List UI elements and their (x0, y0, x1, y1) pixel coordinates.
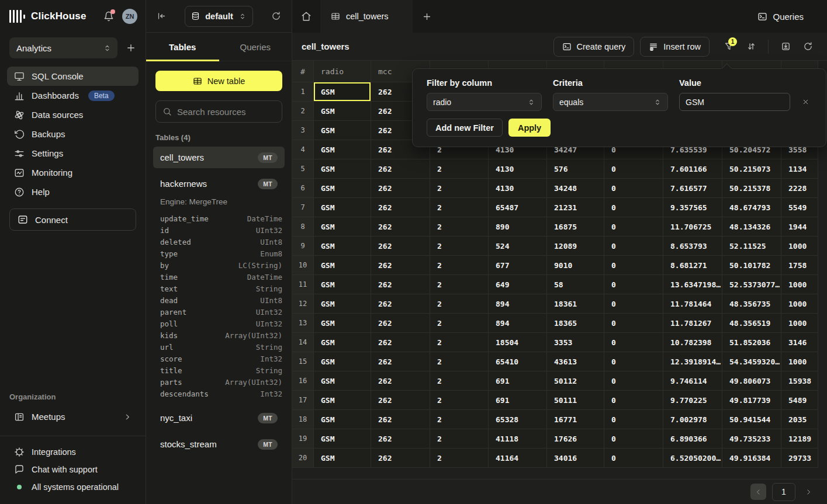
table-cell[interactable]: 262 (371, 371, 430, 391)
table-cell[interactable]: 3353 (547, 333, 604, 352)
table-cell[interactable]: 0 (604, 237, 663, 256)
table-cell[interactable]: 51.852036 (722, 333, 781, 352)
table-cell[interactable]: 0 (604, 449, 663, 468)
table-cell[interactable]: 7.616577 (663, 179, 722, 198)
table-cell[interactable]: 262 (371, 314, 430, 333)
table-cell[interactable]: 5549 (781, 198, 818, 217)
table-cell[interactable]: 43613 (547, 352, 604, 371)
table-cell[interactable]: 9.357565 (663, 198, 722, 217)
table-cell[interactable]: 18365 (547, 314, 604, 333)
table-cell[interactable]: 54.3459320… (722, 352, 781, 371)
table-cell[interactable]: GSM (314, 314, 371, 333)
table-cell[interactable]: 7.601166 (663, 159, 722, 179)
current-page-button[interactable]: 1 (772, 483, 795, 501)
table-cell[interactable]: 2 (430, 371, 489, 391)
table-cell[interactable]: GSM (314, 237, 371, 256)
table-cell[interactable]: 1134 (781, 159, 818, 179)
sort-button[interactable] (741, 37, 761, 57)
workspace-select[interactable]: Analytics (9, 37, 117, 58)
table-cell[interactable]: 21231 (547, 198, 604, 217)
table-cell[interactable]: 2 (430, 275, 489, 294)
table-cell[interactable]: 11.706725 (663, 217, 722, 237)
table-cell[interactable]: 2 (430, 217, 489, 237)
table-cell[interactable]: GSM (314, 294, 371, 314)
table-cell[interactable]: 262 (371, 410, 430, 429)
table-cell[interactable]: 52.11525 (722, 237, 781, 256)
sidebar-item-backups[interactable]: Backups (7, 124, 139, 144)
table-cell[interactable]: 0 (604, 429, 663, 449)
table-cell[interactable]: 50.101782 (722, 256, 781, 275)
table-cell[interactable]: 6.52050200… (663, 449, 722, 468)
table-cell[interactable]: GSM (314, 371, 371, 391)
table-item-cell-towers[interactable]: cell_towers MT (153, 147, 285, 168)
add-new-filter-button[interactable]: Add new Filter (427, 119, 503, 137)
table-cell[interactable]: 50.215073 (722, 159, 781, 179)
table-cell[interactable]: 2 (430, 391, 489, 410)
table-cell[interactable]: 2 (430, 410, 489, 429)
table-cell[interactable]: 13.6347198… (663, 275, 722, 294)
table-cell[interactable]: 2 (430, 159, 489, 179)
table-item-stocks-stream[interactable]: stocks_stream MT (153, 433, 285, 455)
table-cell[interactable]: 48.674793 (722, 198, 781, 217)
table-cell[interactable]: 0 (604, 198, 663, 217)
sidebar-item-settings[interactable]: Settings (7, 144, 139, 163)
remove-filter-button[interactable] (802, 98, 812, 106)
table-cell[interactable]: 262 (371, 217, 430, 237)
table-cell[interactable]: GSM (314, 391, 371, 410)
table-cell[interactable]: 49.916384 (722, 449, 781, 468)
table-cell[interactable]: 0 (604, 217, 663, 237)
table-cell[interactable]: GSM (314, 449, 371, 468)
table-cell[interactable]: 52.5373077… (722, 275, 781, 294)
create-query-button[interactable]: Create query (553, 37, 635, 57)
add-tab-button[interactable] (413, 0, 441, 33)
table-cell[interactable]: 890 (489, 217, 547, 237)
new-table-button[interactable]: New table (155, 71, 282, 91)
sidebar-item-chat-support[interactable]: Chat with support (7, 461, 139, 478)
next-page-button[interactable] (801, 484, 815, 500)
avatar[interactable]: ZN (122, 9, 137, 24)
table-cell[interactable]: 8.653793 (663, 237, 722, 256)
table-cell[interactable]: 262 (371, 449, 430, 468)
table-cell[interactable]: 262 (371, 352, 430, 371)
table-cell[interactable]: 34248 (547, 179, 604, 198)
refresh-tables-button[interactable] (271, 11, 281, 21)
table-cell[interactable]: 894 (489, 294, 547, 314)
search-input[interactable]: Search resources (155, 100, 282, 123)
table-cell[interactable]: 41164 (489, 449, 547, 468)
table-cell[interactable]: 50112 (547, 371, 604, 391)
table-cell[interactable]: GSM (314, 410, 371, 429)
table-cell[interactable]: 6.890366 (663, 429, 722, 449)
export-button[interactable] (776, 37, 795, 57)
sidebar-item-dashboards[interactable]: Dashboards Beta (7, 86, 139, 105)
table-cell[interactable]: 4130 (489, 159, 547, 179)
table-cell[interactable]: 2035 (781, 410, 818, 429)
table-cell[interactable]: 5489 (781, 391, 818, 410)
table-cell[interactable]: 7.002978 (663, 410, 722, 429)
table-cell[interactable]: 16771 (547, 410, 604, 429)
table-cell[interactable]: 29733 (781, 449, 818, 468)
table-cell[interactable]: 58 (547, 275, 604, 294)
table-cell[interactable]: 11.781267 (663, 314, 722, 333)
table-cell[interactable]: 18361 (547, 294, 604, 314)
table-cell[interactable]: GSM (314, 121, 371, 140)
tab-queries[interactable]: Queries (219, 33, 292, 61)
sidebar-item-data-sources[interactable]: Data sources (7, 105, 139, 124)
database-select[interactable]: default (185, 6, 253, 27)
table-cell[interactable]: 3146 (781, 333, 818, 352)
sidebar-item-integrations[interactable]: Integrations (7, 443, 139, 461)
table-cell[interactable]: 4130 (489, 179, 547, 198)
table-cell[interactable]: 691 (489, 391, 547, 410)
table-cell[interactable]: 49.806073 (722, 371, 781, 391)
table-cell[interactable]: 262 (371, 333, 430, 352)
table-cell[interactable]: 2 (430, 449, 489, 468)
table-cell[interactable]: 2 (430, 198, 489, 217)
table-cell[interactable]: 48.356519 (722, 314, 781, 333)
table-cell[interactable]: 0 (604, 333, 663, 352)
table-cell[interactable]: 1944 (781, 217, 818, 237)
table-cell[interactable]: 12189 (781, 429, 818, 449)
apply-filter-button[interactable]: Apply (508, 119, 551, 137)
table-cell[interactable]: 49.735233 (722, 429, 781, 449)
table-cell[interactable]: 11.781464 (663, 294, 722, 314)
table-cell[interactable]: 50.215378 (722, 179, 781, 198)
table-cell[interactable]: 9010 (547, 256, 604, 275)
